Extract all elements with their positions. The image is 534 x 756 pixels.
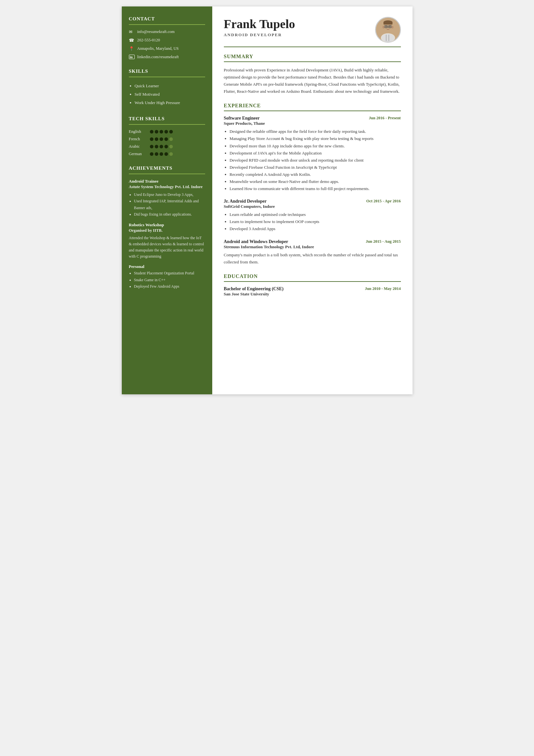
exp-se-date: Jun 2016 - Present	[369, 116, 401, 121]
exp-jr-list: Learn reliable and optimised code techni…	[224, 211, 401, 232]
experience-title: EXPERIENCE	[224, 103, 401, 109]
dot	[150, 145, 153, 148]
skills-list: Quick Learner Self Motivated Work Under …	[129, 82, 205, 107]
education-section: EDUCATION Bachelor of Engineering (CSE) …	[224, 273, 401, 297]
dot	[150, 130, 153, 133]
dot	[165, 152, 168, 156]
dot	[150, 137, 153, 141]
exp-jr-title: Jr. Android Developer	[224, 199, 267, 204]
dot	[165, 145, 168, 148]
ach-list-item: Did bugs fixing in other applications.	[134, 211, 205, 218]
phone-icon: ☎	[129, 38, 135, 43]
ach-android-trainee-org: Astute System Technology Pvt. Ltd. Indor…	[129, 185, 205, 189]
exp-jr-date: Oct 2015 - Apr 2016	[366, 199, 401, 203]
exp-se-list: Designed the reliable offline apps for t…	[224, 128, 401, 192]
edu-degree: Bachelor of Engineering (CSE)	[224, 286, 284, 291]
summary-title: SUMMARY	[224, 54, 401, 60]
tech-skill-arabic: Arabic	[129, 144, 205, 149]
exp-list-item: Designed the reliable offline apps for t…	[230, 128, 401, 135]
sidebar: CONTACT ✉ info@resumekraft.com ☎ 202-555…	[122, 7, 212, 394]
exp-list-item: Meanwhile worked on some React-Native an…	[230, 178, 401, 185]
resume-container: CONTACT ✉ info@resumekraft.com ☎ 202-555…	[122, 7, 413, 394]
skill-item: Work Under High Pressure	[135, 98, 205, 107]
skills-divider	[129, 77, 205, 77]
svg-point-6	[385, 26, 387, 27]
dot	[160, 137, 163, 141]
main-content: Frank Tupelo ANDROID DEVELOPER	[212, 7, 413, 394]
exp-list-item: Developed RFID card module with door unl…	[230, 157, 401, 164]
exp-se-company: Squer Products, Thane	[224, 121, 401, 126]
exp-se-header: Software Engineer Jun 2016 - Present	[224, 116, 401, 121]
ach-list-item: Used Eclipse Juno to Develop 3 Apps,	[134, 191, 205, 198]
exp-list-item: Recently completed A Android App with Ko…	[230, 171, 401, 178]
exp-jr-android: Jr. Android Developer Oct 2015 - Apr 201…	[224, 199, 401, 232]
achievements-title: ACHIEVEMENTS	[129, 166, 205, 171]
dots-german	[150, 152, 173, 156]
education-divider	[224, 281, 401, 282]
exp-list-item: Managing Play Store Account & bug fixing…	[230, 135, 401, 142]
dot	[160, 130, 163, 133]
dot	[155, 130, 158, 133]
dot	[165, 137, 168, 141]
dot	[160, 145, 163, 148]
exp-list-item: Developed 3 Android Apps	[230, 225, 401, 232]
exp-list-item: Developed Firebase Cloud Function in Jav…	[230, 164, 401, 171]
contact-linkedin: in linkedin.com/resumekraft	[129, 55, 205, 60]
edu-date: Jun 2010 - May 2014	[365, 286, 400, 291]
exp-aw-header: Android and Windows Developer Jun 2015 -…	[224, 239, 401, 244]
experience-section: EXPERIENCE Software Engineer Jun 2016 - …	[224, 103, 401, 265]
ach-personal-title: Personal	[129, 264, 205, 269]
tech-skills-divider	[129, 124, 205, 125]
exp-aw-date: Jun 2015 - Aug 2015	[366, 239, 400, 244]
exp-aw-company: Strenuus Information Technology Pvt. Ltd…	[224, 244, 401, 250]
tech-skill-english: English	[129, 129, 205, 134]
dot	[155, 145, 158, 148]
dots-french	[150, 137, 173, 141]
summary-section: SUMMARY Professional with proven Experie…	[224, 54, 401, 95]
svg-rect-3	[386, 35, 387, 41]
tech-skills-title: TECH SKILLS	[129, 116, 205, 122]
job-title: ANDROID DEVELOPER	[224, 32, 295, 38]
summary-divider	[224, 62, 401, 62]
dot	[169, 130, 173, 133]
email-icon: ✉	[129, 29, 135, 35]
exp-list-item: Learn reliable and optimised code techni…	[230, 211, 401, 218]
dot	[155, 137, 158, 141]
name-block: Frank Tupelo ANDROID DEVELOPER	[224, 17, 295, 38]
dot	[165, 130, 168, 133]
header-divider	[224, 46, 401, 47]
skills-section: SKILLS Quick Learner Self Motivated Work…	[129, 68, 205, 107]
exp-jr-company: SoftGrid Computers, Indore	[224, 204, 401, 209]
ach-android-trainee-list: Used Eclipse Juno to Develop 3 Apps, Use…	[129, 191, 205, 218]
dot	[150, 152, 153, 156]
experience-divider	[224, 111, 401, 111]
tech-skills-table: English French	[129, 129, 205, 156]
dot	[169, 145, 173, 148]
achievements-section: ACHIEVEMENTS Android Trainee Astute Syst…	[129, 166, 205, 290]
contact-divider	[129, 24, 205, 25]
education-title: EDUCATION	[224, 273, 401, 279]
contact-title: CONTACT	[129, 16, 205, 22]
contact-section: CONTACT ✉ info@resumekraft.com ☎ 202-555…	[129, 16, 205, 60]
ach-list-item: Student Placement Organization Portal	[134, 270, 205, 276]
edu-bsc: Bachelor of Engineering (CSE) San Jose S…	[224, 286, 401, 297]
exp-jr-header: Jr. Android Developer Oct 2015 - Apr 201…	[224, 199, 401, 204]
ach-robotics-text: Attended the Workshop & learned how the …	[129, 235, 205, 260]
skill-item: Self Motivated	[135, 90, 205, 98]
svg-point-14	[392, 26, 394, 28]
svg-rect-12	[383, 22, 393, 25]
avatar-svg	[376, 18, 400, 42]
svg-point-2	[382, 34, 394, 42]
exp-list-item: Learned How to communicate with differen…	[230, 185, 401, 192]
svg-point-13	[383, 26, 384, 28]
exp-android-windows: Android and Windows Developer Jun 2015 -…	[224, 239, 401, 266]
ach-robotics-org: Organised by IITB.	[129, 228, 205, 233]
edu-left: Bachelor of Engineering (CSE) San Jose S…	[224, 286, 284, 297]
tech-skill-french: French	[129, 137, 205, 142]
exp-aw-text: Company's main product is a toll both sy…	[224, 252, 401, 266]
ach-list-item: Used Integrated IAP, Interstitial Adds a…	[134, 198, 205, 211]
contact-email: ✉ info@resumekraft.com	[129, 29, 205, 35]
edu-school: San Jose State University	[224, 291, 284, 297]
contact-location: 📍 Annapolis, Maryland, US	[129, 46, 205, 51]
ach-personal-list: Student Placement Organization Portal Sn…	[129, 270, 205, 290]
